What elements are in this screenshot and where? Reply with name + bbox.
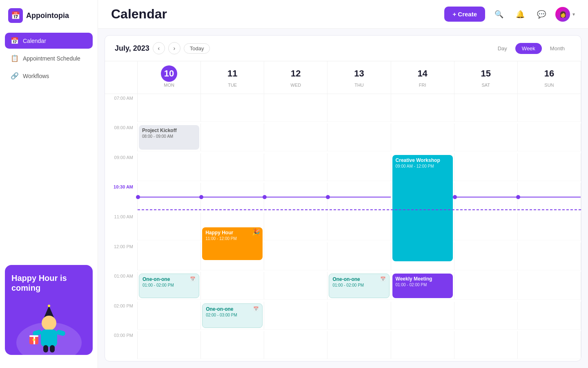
cell-0700-tue[interactable] bbox=[201, 94, 264, 122]
sidebar-item-appointment-label: Appointment Schedule bbox=[23, 55, 80, 62]
event-kickoff-time: 08:00 - 09:00 AM bbox=[142, 134, 196, 139]
cell-1400-sun[interactable] bbox=[518, 302, 581, 330]
cell-1200-mon[interactable] bbox=[138, 242, 201, 270]
sidebar-item-workflows[interactable]: 🔗 Workflows bbox=[5, 68, 93, 84]
cell-1000-mon[interactable] bbox=[138, 183, 201, 211]
cell-1000-sat[interactable] bbox=[454, 183, 518, 211]
cell-0700-thu[interactable] bbox=[327, 94, 391, 122]
cell-1400-sat[interactable] bbox=[454, 302, 518, 330]
cell-0900-fri[interactable]: Creative Workshop 09:00 AM - 12:00 PM bbox=[391, 153, 454, 181]
cell-0900-sat[interactable] bbox=[454, 153, 518, 181]
next-month-button[interactable]: › bbox=[168, 42, 180, 54]
cell-0800-wed[interactable] bbox=[264, 123, 327, 151]
cell-0900-wed[interactable] bbox=[264, 153, 327, 181]
cell-1000-thu[interactable] bbox=[327, 183, 391, 211]
cell-0700-sat[interactable] bbox=[454, 94, 518, 122]
event-one-on-one-thu-time: 01:00 - 02:00 PM bbox=[332, 283, 385, 287]
notifications-button[interactable]: 🔔 bbox=[513, 7, 528, 22]
event-one-on-one-thu[interactable]: 📅 One-on-one 01:00 - 02:00 PM bbox=[329, 274, 389, 298]
cell-0700-fri[interactable] bbox=[391, 94, 454, 122]
cell-1300-sat[interactable] bbox=[454, 272, 518, 300]
cell-1500-sat[interactable] bbox=[454, 331, 518, 359]
cell-1100-mon[interactable] bbox=[138, 213, 201, 240]
cell-0800-mon[interactable]: Project Kickoff 08:00 - 09:00 AM bbox=[138, 123, 201, 151]
time-1000: 10:30 AM bbox=[105, 183, 138, 211]
cell-0900-tue[interactable] bbox=[201, 153, 264, 181]
svg-rect-10 bbox=[43, 345, 48, 352]
cell-1500-thu[interactable] bbox=[327, 331, 391, 359]
cell-0700-wed[interactable] bbox=[264, 94, 327, 122]
logo-icon: 📅 bbox=[8, 8, 23, 23]
cell-0800-thu[interactable] bbox=[327, 123, 391, 151]
cell-1400-tue[interactable]: 📅 One-on-one 02:00 - 03:00 PM bbox=[201, 302, 264, 330]
cell-1200-sat[interactable] bbox=[454, 242, 518, 270]
promo-title: Happy Hour is coming bbox=[11, 273, 86, 293]
cell-0900-mon[interactable] bbox=[138, 153, 201, 181]
cell-1500-tue[interactable] bbox=[201, 331, 264, 359]
cell-1100-thu[interactable] bbox=[327, 213, 391, 240]
event-weekly-time: 01:00 - 02:00 PM bbox=[396, 283, 450, 287]
cell-1300-thu[interactable]: 📅 One-on-one 01:00 - 02:00 PM bbox=[327, 272, 391, 300]
cell-1000-sun[interactable] bbox=[518, 183, 581, 211]
cell-0900-thu[interactable] bbox=[327, 153, 391, 181]
cell-1100-tue[interactable]: 🎉 Happy Hour 11:00 - 12:00 PM bbox=[201, 213, 264, 240]
cell-1500-mon[interactable] bbox=[138, 331, 201, 359]
time-0800: 08:00 AM bbox=[105, 123, 138, 151]
event-weekly-meeting[interactable]: Weekly Meeting 01:00 - 02:00 PM bbox=[392, 274, 453, 298]
cell-1100-wed[interactable] bbox=[264, 213, 327, 240]
cell-1000-tue[interactable] bbox=[201, 183, 264, 211]
view-day-button[interactable]: Day bbox=[491, 43, 514, 54]
cell-1500-wed[interactable] bbox=[264, 331, 327, 359]
day-number-10: 10 bbox=[161, 65, 177, 82]
day-header-sat: 15 SAT bbox=[454, 61, 518, 94]
sidebar-item-workflows-label: Workflows bbox=[23, 73, 49, 79]
prev-month-button[interactable]: ‹ bbox=[153, 42, 165, 54]
cell-1500-sun[interactable] bbox=[518, 331, 581, 359]
cell-1000-wed[interactable] bbox=[264, 183, 327, 211]
cell-1300-sun[interactable] bbox=[518, 272, 581, 300]
day-header-wed: 12 WED bbox=[264, 61, 327, 94]
workflows-nav-icon: 🔗 bbox=[11, 72, 19, 80]
messages-button[interactable]: 💬 bbox=[534, 7, 549, 22]
event-one-on-one-tue2[interactable]: 📅 One-on-one 02:00 - 03:00 PM bbox=[202, 303, 263, 328]
cell-0900-sun[interactable] bbox=[518, 153, 581, 181]
cell-1300-wed[interactable] bbox=[264, 272, 327, 300]
cell-1100-sat[interactable] bbox=[454, 213, 518, 240]
view-week-button[interactable]: Week bbox=[515, 43, 542, 54]
cell-0800-tue[interactable] bbox=[201, 123, 264, 151]
cell-1400-mon[interactable] bbox=[138, 302, 201, 330]
create-button[interactable]: + Create bbox=[444, 7, 485, 22]
sidebar-item-appointment-schedule[interactable]: 📋 Appointment Schedule bbox=[5, 50, 93, 66]
time-1200: 12:00 PM bbox=[105, 242, 138, 270]
cell-1400-fri[interactable] bbox=[391, 302, 454, 330]
cell-1400-wed[interactable] bbox=[264, 302, 327, 330]
view-month-button[interactable]: Month bbox=[543, 43, 571, 54]
cell-1400-thu[interactable] bbox=[327, 302, 391, 330]
sidebar-item-calendar-label: Calendar bbox=[23, 38, 46, 44]
sidebar-item-calendar[interactable]: 📅 Calendar bbox=[5, 33, 93, 49]
event-happy-hour[interactable]: 🎉 Happy Hour 11:00 - 12:00 PM bbox=[202, 227, 263, 260]
cell-1500-fri[interactable] bbox=[391, 331, 454, 359]
calendar: July, 2023 ‹ › Today Day Week Month 10 M… bbox=[105, 35, 581, 361]
cell-1200-sun[interactable] bbox=[518, 242, 581, 270]
event-creative-workshop[interactable]: Creative Workshop 09:00 AM - 12:00 PM bbox=[392, 155, 453, 261]
cell-0800-fri[interactable] bbox=[391, 123, 454, 151]
day-number-14: 14 bbox=[414, 65, 431, 82]
cell-1200-thu[interactable] bbox=[327, 242, 391, 270]
cell-1200-wed[interactable] bbox=[264, 242, 327, 270]
cell-1300-tue[interactable] bbox=[201, 272, 264, 300]
event-one-on-one-mon[interactable]: 📅 One-on-one 01:00 - 02:00 PM bbox=[139, 274, 199, 298]
cell-0700-sun[interactable] bbox=[518, 94, 581, 122]
search-button[interactable]: 🔍 bbox=[492, 7, 506, 22]
cell-1100-sun[interactable] bbox=[518, 213, 581, 240]
search-icon: 🔍 bbox=[494, 10, 503, 19]
sidebar: 📅 Appointopia 📅 Calendar 📋 Appointment S… bbox=[0, 0, 98, 368]
today-button[interactable]: Today bbox=[184, 43, 210, 54]
event-project-kickoff[interactable]: Project Kickoff 08:00 - 09:00 AM bbox=[139, 125, 199, 150]
user-avatar-wrapper[interactable]: 👩 ▾ bbox=[555, 7, 575, 22]
cell-0700-mon[interactable] bbox=[138, 94, 201, 122]
cell-1300-mon[interactable]: 📅 One-on-one 01:00 - 02:00 PM bbox=[138, 272, 201, 300]
cell-0800-sun[interactable] bbox=[518, 123, 581, 151]
cell-0800-sat[interactable] bbox=[454, 123, 518, 151]
cell-1300-fri[interactable]: Weekly Meeting 01:00 - 02:00 PM bbox=[391, 272, 454, 300]
